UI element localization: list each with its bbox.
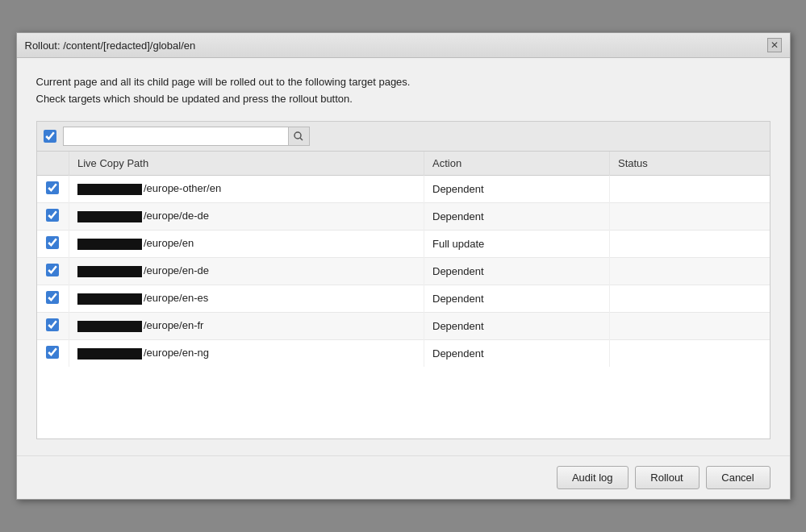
table-row: /europe/en-esDependent xyxy=(37,285,770,312)
rollout-dialog: Rollout: /content/[redacted]/global/en ✕… xyxy=(16,32,791,500)
search-button[interactable] xyxy=(289,127,310,146)
row-checkbox[interactable] xyxy=(46,291,59,304)
row-checkbox[interactable] xyxy=(46,318,59,331)
dialog-title: Rollout: /content/[redacted]/global/en xyxy=(25,39,196,52)
table-body: /europe-other/enDependent/europe/de-deDe… xyxy=(37,175,770,367)
rollout-button[interactable]: Rollout xyxy=(635,466,700,489)
row-checkbox-cell xyxy=(37,257,69,285)
row-action: Dependent xyxy=(424,339,610,367)
row-path: /europe/en-es xyxy=(69,285,424,312)
row-checkbox-cell xyxy=(37,175,69,202)
row-action: Dependent xyxy=(424,175,610,202)
table-row: /europe/en-deDependent xyxy=(37,257,770,285)
row-action: Full update xyxy=(424,230,610,257)
redacted-segment xyxy=(77,184,142,195)
search-icon xyxy=(294,131,303,141)
dialog-titlebar: Rollout: /content/[redacted]/global/en ✕ xyxy=(17,33,790,58)
row-checkbox[interactable] xyxy=(46,236,59,249)
row-status xyxy=(610,175,770,202)
select-all-checkbox[interactable] xyxy=(44,130,56,143)
table-row: /europe-other/enDependent xyxy=(37,175,770,202)
table-row: /europe/en-frDependent xyxy=(37,312,770,339)
row-action: Dependent xyxy=(424,202,610,230)
col-header-action: Action xyxy=(424,152,610,176)
redacted-segment xyxy=(77,321,142,332)
redacted-segment xyxy=(77,239,142,250)
row-path: /europe/de-de xyxy=(69,202,424,230)
redacted-segment xyxy=(77,293,142,305)
row-checkbox-cell xyxy=(37,339,69,367)
row-status xyxy=(610,285,770,312)
row-action: Dependent xyxy=(424,285,610,312)
row-path: /europe/en-fr xyxy=(69,312,424,339)
row-checkbox[interactable] xyxy=(46,346,59,359)
col-header-status: Status xyxy=(610,152,770,176)
svg-line-1 xyxy=(300,138,303,140)
table-row: /europe/enFull update xyxy=(37,230,770,257)
col-header-path: Live Copy Path xyxy=(69,152,424,176)
cancel-button[interactable]: Cancel xyxy=(706,466,771,489)
row-status xyxy=(610,257,770,285)
row-path: /europe/en-ng xyxy=(69,339,424,367)
row-action: Dependent xyxy=(424,257,610,285)
row-status xyxy=(610,202,770,230)
row-path: /europe/en xyxy=(69,230,424,257)
close-button[interactable]: ✕ xyxy=(767,38,782,52)
description-text: Current page and all its child page will… xyxy=(36,74,771,108)
row-checkbox[interactable] xyxy=(46,209,59,222)
search-input[interactable] xyxy=(63,127,289,146)
row-checkbox-cell xyxy=(37,202,69,230)
table-header-row: Live Copy Path Action Status xyxy=(37,152,770,176)
svg-point-0 xyxy=(294,132,301,139)
row-action: Dependent xyxy=(424,312,610,339)
row-checkbox-cell xyxy=(37,312,69,339)
row-status xyxy=(610,312,770,339)
table-container: Live Copy Path Action Status /europe-oth… xyxy=(36,151,771,439)
col-header-checkbox xyxy=(37,152,69,176)
row-checkbox-cell xyxy=(37,285,69,312)
table-row: /europe/en-ngDependent xyxy=(37,339,770,367)
row-status xyxy=(610,230,770,257)
row-checkbox[interactable] xyxy=(46,181,59,194)
description-line1: Current page and all its child page will… xyxy=(36,76,411,88)
row-checkbox-cell xyxy=(37,230,69,257)
row-checkbox[interactable] xyxy=(46,264,59,276)
table-row: /europe/de-deDependent xyxy=(37,202,770,230)
row-path: /europe/en-de xyxy=(69,257,424,285)
dialog-footer: Audit log Rollout Cancel xyxy=(17,455,790,499)
audit-log-button[interactable]: Audit log xyxy=(557,466,629,489)
live-copy-table: Live Copy Path Action Status /europe-oth… xyxy=(37,152,770,367)
redacted-segment xyxy=(77,266,142,277)
redacted-segment xyxy=(77,211,142,222)
dialog-body: Current page and all its child page will… xyxy=(17,58,790,455)
description-line2: Check targets which should be updated an… xyxy=(36,93,353,105)
row-status xyxy=(610,339,770,367)
redacted-segment xyxy=(77,348,142,360)
search-row xyxy=(36,121,771,151)
row-path: /europe-other/en xyxy=(69,175,424,202)
